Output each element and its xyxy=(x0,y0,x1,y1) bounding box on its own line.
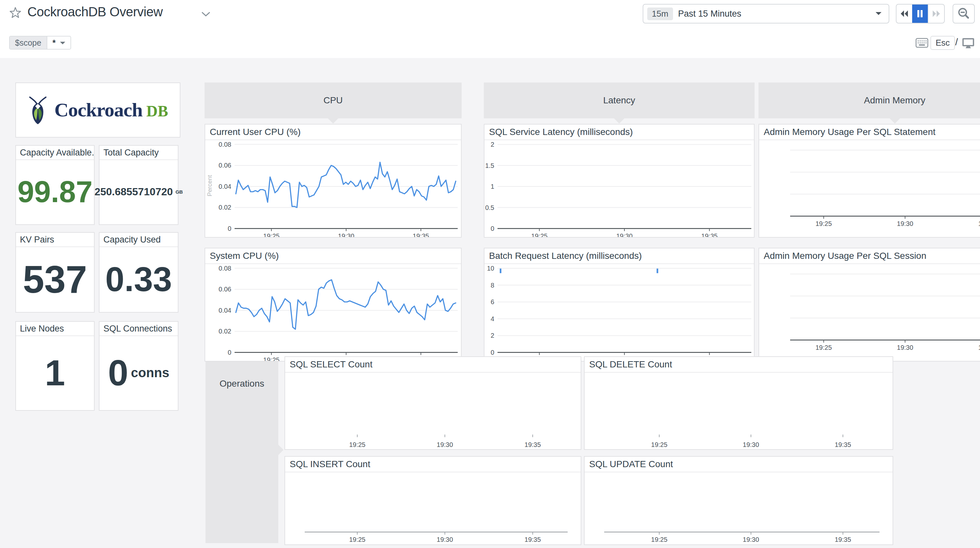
stat-card-total-capacity[interactable]: Total Capacity 250.6855710720 GB xyxy=(99,145,178,225)
template-variable-caret-icon xyxy=(60,42,65,47)
stat-card-kv-pairs[interactable]: KV Pairs 537 xyxy=(15,232,95,313)
x-tick-label: 19:35 xyxy=(978,344,980,351)
x-tick-label: 19:25 xyxy=(349,441,365,448)
y-tick-label: 0.02 xyxy=(219,328,231,335)
x-tick-label: 19:25 xyxy=(531,232,547,237)
timeseries-plot[interactable]: 19:2519:3019:35 xyxy=(759,264,980,361)
chart-current-user-cpu[interactable]: Current User CPU (%) 00.020.040.060.0819… xyxy=(205,124,461,238)
timeseries-plot[interactable]: 024681019:2519:3019:35 xyxy=(484,264,754,361)
x-tick-label: 19:30 xyxy=(743,536,759,543)
x-tick-label: 19:35 xyxy=(525,536,541,543)
timeseries-plot[interactable]: 00.020.040.060.0819:2519:3019:35 xyxy=(205,264,461,361)
x-tick-label: 19:35 xyxy=(835,536,851,543)
stat-card-capacity-used[interactable]: Capacity Used 0.33 xyxy=(99,232,178,313)
chart-sql-delete-count[interactable]: SQL DELETE Count 19:2519:3019:35 xyxy=(584,356,893,450)
fast-forward-icon xyxy=(932,10,941,17)
template-variable-scope[interactable]: $scope * xyxy=(9,36,71,49)
group-label: Latency xyxy=(603,95,635,106)
zoom-out-icon xyxy=(957,7,970,21)
stat-value: 99.87 xyxy=(17,175,92,209)
cockroachdb-logo-widget[interactable]: CockroachDB xyxy=(15,83,180,138)
chart-sql-service-latency[interactable]: SQL Service Latency (milliseconds) 00.51… xyxy=(484,124,754,238)
y-tick-label: 4 xyxy=(491,315,494,322)
group-header-tail xyxy=(272,444,283,456)
tv-mode-icon[interactable] xyxy=(962,37,975,49)
y-tick-label: 10 xyxy=(487,265,494,272)
group-header-admin-memory[interactable]: Admin Memory xyxy=(759,83,980,118)
x-tick-label: 19:35 xyxy=(835,441,851,448)
x-tick-label: 19:30 xyxy=(616,232,633,237)
widget-title: Admin Memory Usage Per SQL Statement xyxy=(759,124,980,140)
widget-title: Admin Memory Usage Per SQL Session xyxy=(759,248,980,264)
chart-admin-memory-per-sql-session[interactable]: Admin Memory Usage Per SQL Session 19:25… xyxy=(759,248,980,362)
y-tick-label: 0 xyxy=(491,349,494,356)
stat-title: KV Pairs xyxy=(16,233,94,247)
esc-key-badge: Esc xyxy=(931,36,955,50)
timeseries-plot[interactable]: 00.020.040.060.0819:2519:3019:35Percent xyxy=(205,140,461,237)
template-variable-value[interactable]: * xyxy=(47,37,71,49)
fast-forward-button[interactable] xyxy=(928,5,944,23)
x-tick-label: 19:25 xyxy=(651,536,667,543)
stat-card-live-nodes[interactable]: Live Nodes 1 xyxy=(15,321,95,411)
chart-sql-insert-count[interactable]: SQL INSERT Count 19:2519:3019:35 xyxy=(285,456,581,545)
y-tick-label: 8 xyxy=(491,282,494,289)
x-tick-label: 19:35 xyxy=(978,220,980,227)
widget-title: System CPU (%) xyxy=(205,248,461,264)
x-tick-label: 19:30 xyxy=(437,441,453,448)
group-header-tail xyxy=(614,113,625,124)
timeseries-plot[interactable]: 19:2519:3019:35 xyxy=(759,140,980,237)
stat-value: 250.6855710720 xyxy=(95,186,173,198)
x-tick-label: 19:35 xyxy=(413,232,429,237)
stat-title: Capacity Available... xyxy=(16,146,94,160)
time-range-picker[interactable]: 15m Past 15 Minutes xyxy=(643,4,889,24)
cockroach-bug-icon xyxy=(28,96,48,124)
y-tick-label: 0.06 xyxy=(219,162,231,169)
star-icon[interactable] xyxy=(9,6,22,19)
group-header-tail xyxy=(889,113,900,124)
y-tick-label: 0 xyxy=(491,225,494,232)
rewind-icon xyxy=(900,10,909,17)
keyboard-shortcuts-icon[interactable] xyxy=(915,38,929,49)
x-tick-label: 19:35 xyxy=(525,441,541,448)
timeseries-plot[interactable]: 19:2519:3019:35 xyxy=(285,372,581,449)
chart-sql-update-count[interactable]: SQL UPDATE Count 19:2519:3019:35 xyxy=(584,456,893,545)
group-header-operations[interactable]: Operations xyxy=(205,357,278,543)
widget-title: SQL UPDATE Count xyxy=(585,457,892,472)
rewind-button[interactable] xyxy=(896,5,912,23)
timeseries-plot[interactable]: 19:2519:3019:35 xyxy=(585,472,892,545)
group-header-cpu[interactable]: CPU xyxy=(205,83,461,118)
chart-system-cpu[interactable]: System CPU (%) 00.020.040.060.0819:2519:… xyxy=(205,248,461,362)
stat-title: Total Capacity xyxy=(100,146,178,160)
page-title: CockroachDB Overview xyxy=(27,5,163,19)
x-tick-label: 19:25 xyxy=(651,441,667,448)
playback-controls xyxy=(896,4,945,24)
template-variable-name: $scope xyxy=(10,37,47,49)
group-label: CPU xyxy=(323,95,342,106)
title-chevron-down-icon[interactable] xyxy=(202,12,210,17)
slash-separator: / xyxy=(955,37,958,48)
stat-card-sql-connections[interactable]: SQL Connections 0 conns xyxy=(99,321,178,411)
timeseries-plot[interactable]: 00.511.5219:2519:3019:35 xyxy=(484,140,754,237)
time-range-caret-icon xyxy=(876,12,881,18)
stat-card-capacity-available[interactable]: Capacity Available... 99.87 xyxy=(15,145,95,225)
time-range-label: Past 15 Minutes xyxy=(678,9,876,19)
group-label: Admin Memory xyxy=(864,95,925,106)
pause-button[interactable] xyxy=(912,5,928,23)
zoom-out-button[interactable] xyxy=(953,4,975,24)
y-tick-label: 1.5 xyxy=(485,162,494,169)
group-header-latency[interactable]: Latency xyxy=(484,83,754,118)
template-variable-value-text: * xyxy=(52,38,56,48)
widget-title: SQL INSERT Count xyxy=(285,457,581,472)
chart-batch-request-latency[interactable]: Batch Request Latency (milliseconds) 024… xyxy=(484,248,754,362)
y-tick-label: 6 xyxy=(491,298,494,305)
chart-sql-select-count[interactable]: SQL SELECT Count 19:2519:3019:35 xyxy=(285,356,581,450)
chart-admin-memory-per-sql-statement[interactable]: Admin Memory Usage Per SQL Statement 19:… xyxy=(759,124,980,238)
stat-title: SQL Connections xyxy=(100,322,178,336)
logo-brand-suffix: DB xyxy=(146,102,168,120)
timeseries-plot[interactable]: 19:2519:3019:35 xyxy=(285,472,581,545)
y-tick-label: 0 xyxy=(228,225,231,232)
timeseries-plot[interactable]: 19:2519:3019:35 xyxy=(585,372,892,449)
x-tick-label: 19:25 xyxy=(816,344,832,351)
y-tick-label: 2 xyxy=(491,332,494,339)
y-tick-label: 0.04 xyxy=(219,183,231,190)
